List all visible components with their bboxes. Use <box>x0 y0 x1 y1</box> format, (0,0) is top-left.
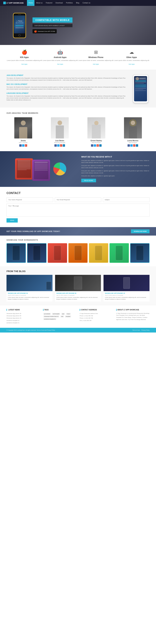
subject-input[interactable] <box>103 198 150 202</box>
tag-6[interactable]: sad <box>61 316 64 317</box>
fb-icon-2[interactable]: f <box>54 144 57 146</box>
pie-chart <box>53 162 66 176</box>
li-icon-2[interactable]: in <box>63 144 65 146</box>
ios-title: IOS Apps <box>6 56 42 58</box>
dev-section: JAVA DEVELOPMENT The reason, the Student… <box>0 70 156 108</box>
nav-portfolios[interactable]: Portfolios <box>64 0 75 6</box>
tag-4[interactable]: music <box>66 313 71 315</box>
dev-java-title: JAVA DEVELOPMENT <box>6 74 127 76</box>
receive-text: WHAT DO YOU RECEIVE WITH IT Cras justo o… <box>81 156 150 182</box>
receive-p1: Cras justo odio, dapibus ac facilisis in… <box>81 160 150 164</box>
contact-form: SEND <box>6 198 150 222</box>
ios-link[interactable]: Get Apps <box>21 63 27 65</box>
news-link-2[interactable]: Showcase App iphone 55 <box>6 315 40 317</box>
tag-1[interactable]: pro website <box>43 313 51 315</box>
news-link-1[interactable]: Showcase App iphone 35 <box>6 312 40 315</box>
blog-meta-1: July 20, 2015 | admin | 0 Comments <box>8 295 51 296</box>
other-title: Other Apps <box>114 56 150 58</box>
android-desc: Lorem ipsum dolor sit amet, consectetur … <box>42 60 78 62</box>
footer-link-privacy[interactable]: Privacy Policy <box>141 330 150 331</box>
li-icon-3[interactable]: in <box>99 144 102 146</box>
gp-icon-2[interactable]: g+ <box>60 144 62 146</box>
team-grid: Jeneia CEO - Founder f t g+ Lisa Obrien … <box>6 117 150 146</box>
logo-icon <box>3 2 6 4</box>
footer-col-tags: TAGS pro website sad template php music … <box>43 309 76 324</box>
blog-text-1: Lorem ipsum dolor sit amet, consectetur … <box>8 296 51 300</box>
phone-app-subtitle: App Showcase <box>16 22 23 23</box>
contact-title: CONTACT <box>6 192 150 195</box>
windows-icon: ⊞ <box>78 50 114 55</box>
receive-p4: Cras justo odio, dapibus ac facilisis in… <box>81 175 150 177</box>
tw-icon-4[interactable]: t <box>130 144 133 146</box>
gp-icon-1[interactable]: g+ <box>25 144 27 146</box>
tag-5[interactable]: Showcase Fontello Teste 20 <box>43 316 59 317</box>
nav-featured[interactable]: Featured <box>44 0 54 6</box>
gp-icon-4[interactable]: g+ <box>133 144 135 146</box>
phone-speaker <box>18 14 21 15</box>
footer-col-news: LATEST NEWS Showcase App iphone 35 Showc… <box>6 309 40 324</box>
blog-title: FROM THE BLOG <box>6 270 150 272</box>
blog-post-title-1[interactable]: SHOWCASE APP IPHONE 35 <box>8 292 51 294</box>
nav-home[interactable]: Home <box>27 0 35 6</box>
receive-p2: Cras justo odio, dapibus ac facilisis in… <box>81 165 150 169</box>
fb-icon-3[interactable]: f <box>91 144 93 146</box>
message-input[interactable] <box>6 204 150 217</box>
team-member-2: Lisa Obrien Marketing Manager f t g+ in <box>43 117 76 146</box>
apps-section: 🍎 IOS Apps Lorem ipsum dolor sit amet, c… <box>0 45 156 70</box>
news-link-4[interactable]: archdemo template hs <box>6 320 40 322</box>
team-member-1: Jeneia CEO - Founder f t g+ <box>6 117 40 146</box>
blog-post-title-3[interactable]: SHOWCASE APP IPHONE JS <box>105 292 148 294</box>
email-input[interactable] <box>55 198 101 202</box>
member-photo-2 <box>51 117 69 138</box>
send-button[interactable]: SEND <box>6 218 18 222</box>
appstore-button[interactable]: 🍎 Download it from APP STORE <box>32 29 57 34</box>
hero-text: COMPATIBLE WITH MOBILE OUR DESIGN BUILD … <box>32 18 73 34</box>
hero-badge: COMPATIBLE WITH MOBILE <box>32 18 73 23</box>
member-role-2: Marketing Manager <box>43 142 76 143</box>
blog-post-3: SHOWCASE APP IPHONE JS July 20, 2015 | a… <box>103 275 150 302</box>
nav-contact[interactable]: Contact us <box>81 0 92 6</box>
tag-2[interactable]: sad template <box>52 313 60 315</box>
team-member-3: Ernest Stanley Web Developer f t g+ in <box>80 117 113 146</box>
tw-icon-1[interactable]: t <box>22 144 24 146</box>
tw-icon-2[interactable]: t <box>57 144 60 146</box>
dev-mac-text: The reason, the Student & the Stopwatch:… <box>6 86 127 90</box>
social-links-4: f t g+ in <box>116 144 150 146</box>
tablet-1 <box>15 158 33 180</box>
member-role-1: CEO - Founder <box>6 142 40 143</box>
download-banner: GET YOUR FREE DOWNLOAD OF APP SHOWCASE T… <box>0 227 156 236</box>
read-more-button[interactable]: READ MORE <box>81 179 96 182</box>
blog-section: FROM THE BLOG SHOWCASE APP IPHONE 35 Jul… <box>0 266 156 305</box>
footer-news-title: LATEST NEWS <box>6 309 40 311</box>
social-links-3: f t g+ in <box>80 144 113 146</box>
nav-blog[interactable]: Blog <box>75 0 81 6</box>
li-icon-4[interactable]: in <box>136 144 138 146</box>
other-link[interactable]: Get Apps <box>129 63 135 65</box>
tag-8[interactable]: archdemo template hs <box>43 318 56 320</box>
screenshots-title: SHOWCASE YOUR SCREENSHOTS <box>6 239 150 241</box>
news-link-5[interactable]: archdemo template hs <box>6 322 40 324</box>
fb-icon-1[interactable]: f <box>19 144 22 146</box>
name-input[interactable] <box>6 198 53 202</box>
dev-linux-text: The reason, the Student & the Stopwatch:… <box>6 95 127 101</box>
hero-section: L.Theme App Showcase COMPATIBLE WITH MOB… <box>0 6 156 45</box>
footer-col-contact: CONTACT ADDRESS LT App Showcase address … <box>80 309 113 324</box>
gp-icon-3[interactable]: g+ <box>96 144 99 146</box>
nav-about[interactable]: About us <box>34 0 44 6</box>
tw-icon-3[interactable]: t <box>94 144 96 146</box>
news-link-3[interactable]: Showcase App iphone JS <box>6 317 40 319</box>
app-ios: 🍎 IOS Apps Lorem ipsum dolor sit amet, c… <box>6 50 42 65</box>
receive-title: WHAT DO YOU RECEIVE WITH IT <box>81 156 150 158</box>
nav-download[interactable]: Download <box>54 0 64 6</box>
phone-app-title: L.Theme <box>17 20 22 22</box>
tag-3[interactable]: php <box>61 313 65 315</box>
footer-link-terms[interactable]: Terms of use <box>132 330 140 331</box>
blog-post-title-2[interactable]: SHOWCASE APP IPHONE 55 <box>56 292 100 294</box>
fb-icon-4[interactable]: f <box>128 144 130 146</box>
android-link[interactable]: Get Apps <box>57 63 63 65</box>
dev-phone-screen <box>134 76 147 101</box>
download-now-button[interactable]: DOWNLOAD NOW <box>131 230 150 233</box>
tag-7[interactable]: template <box>65 316 71 317</box>
main-nav: Home About us Featured Download Portfoli… <box>27 0 92 6</box>
windows-link[interactable]: Get Apps <box>93 63 99 65</box>
